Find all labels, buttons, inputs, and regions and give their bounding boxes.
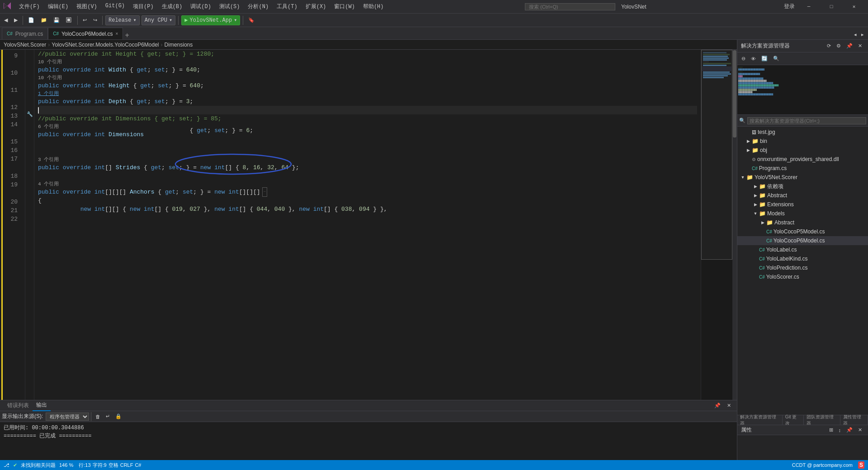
tree-item-yolop6[interactable]: C# YoloCocoP6Model.cs <box>737 236 868 245</box>
scroll-lock-button[interactable]: 🔒 <box>113 412 124 422</box>
menu-tools[interactable]: 工具(T) <box>273 2 301 11</box>
code-line-9: //public override int Height { get; set;… <box>38 50 697 58</box>
menu-git[interactable]: Git(G) <box>102 2 128 11</box>
tree-item-obj[interactable]: ▶ 📁 obj <box>737 146 868 155</box>
code-content[interactable]: //public override int Height { get; set;… <box>34 50 701 400</box>
maximize-button[interactable]: □ <box>821 0 842 14</box>
status-problems[interactable]: 未找到相关问题 <box>21 462 56 469</box>
menu-edit[interactable]: 编辑(E) <box>44 2 72 11</box>
word-wrap-button[interactable]: ↵ <box>104 412 112 422</box>
editor-area: YolovSNet.Scorer › YolovSNet.Scorer.Mode… <box>0 40 737 470</box>
open-button[interactable]: 📁 <box>38 15 49 25</box>
tree-item-bin[interactable]: ▶ 📁 bin <box>737 137 868 146</box>
menu-test[interactable]: 测试(S) <box>216 2 244 11</box>
main-content: YolovSNet.Scorer › YolovSNet.Scorer.Mode… <box>0 40 868 470</box>
properties-pin-button[interactable]: 📌 <box>844 425 855 435</box>
sol-tab-git[interactable]: Git 更改 <box>783 415 804 425</box>
scroll-thumb[interactable] <box>733 50 736 138</box>
close-explorer-button[interactable]: ✕ <box>856 41 864 51</box>
tree-item-extensions[interactable]: ▶ 📁 Extensions <box>737 200 868 209</box>
back-button[interactable]: ◀ <box>2 15 10 25</box>
build-config-dropdown[interactable]: Release ▾ <box>105 15 140 25</box>
save-all-button[interactable] <box>64 15 75 25</box>
tree-item-yoloscorer[interactable]: C# YoloScorer.cs <box>737 272 868 281</box>
menu-analyze[interactable]: 分析(N) <box>244 2 272 11</box>
menu-debug[interactable]: 调试(D) <box>187 2 215 11</box>
solution-explorer-header: 解决方案资源管理器 ⟳ ⚙ 📌 ✕ <box>737 40 868 52</box>
collapse-button[interactable]: − <box>262 187 267 197</box>
solution-search: 🔍 <box>737 115 868 127</box>
clear-output-button[interactable]: 🗑 <box>93 412 103 422</box>
sync-button[interactable]: ⟳ <box>825 41 833 51</box>
cs-icon-pred: C# <box>759 266 765 271</box>
tab-scroll-right[interactable]: ▸ <box>859 29 866 39</box>
tree-item-models[interactable]: ▼ 📁 Models <box>737 209 868 218</box>
error-list-tab[interactable]: 错误列表 <box>4 400 33 411</box>
tree-item-models-abstract[interactable]: ▶ 📁 Abstract <box>737 218 868 227</box>
output-header: 错误列表 输出 📌 ✕ <box>0 400 737 411</box>
sol-tab-props-mgr[interactable]: 属性管理器 <box>840 415 868 425</box>
breadcrumb-scorer[interactable]: YolovSNet.Scorer <box>4 42 46 48</box>
menu-window[interactable]: 窗口(W) <box>330 2 359 11</box>
breadcrumb-dimensions[interactable]: Dimensions <box>165 42 193 48</box>
properties-close-button[interactable]: ✕ <box>856 425 864 435</box>
tree-item-yolabel[interactable]: C# YoloLabel.cs <box>737 245 868 254</box>
vertical-scrollbar[interactable] <box>732 50 737 400</box>
properties-sort-button[interactable]: ↕ <box>836 425 844 435</box>
output-source-select[interactable]: 程序包管理器 <box>46 413 89 421</box>
new-file-button[interactable]: 📄 <box>26 15 37 25</box>
menu-extensions[interactable]: 扩展(X) <box>302 2 330 11</box>
tab-program-cs[interactable]: C# Program.cs <box>2 28 48 39</box>
menu-project[interactable]: 项目(P) <box>129 2 157 11</box>
breadcrumb-model[interactable]: YolovSNet.Scorer.Models.YoloCocoP6Model <box>52 42 159 48</box>
menu-help[interactable]: 帮助(H) <box>359 2 387 11</box>
tree-item-yolopred[interactable]: C# YoloPrediction.cs <box>737 263 868 272</box>
refresh-button[interactable]: 🔄 <box>759 54 770 64</box>
code-line-13[interactable] <box>38 106 697 114</box>
collapse-all-button[interactable]: ⊖ <box>739 54 748 64</box>
save-button[interactable]: 💾 <box>51 15 62 25</box>
tree-item-yolabelkind[interactable]: C# YoloLabelKind.cs <box>737 254 868 263</box>
tree-item-onnx-dll[interactable]: ⚙ onnxruntime_providers_shared.dll <box>737 155 868 164</box>
gutter: 🔧 <box>25 50 34 400</box>
solution-search-input[interactable] <box>747 117 866 124</box>
menu-file[interactable]: 文件(F) <box>15 2 43 11</box>
tab-yolococo-cs[interactable]: C# YoloCocoP6Model.cs × <box>48 28 123 39</box>
settings-button[interactable]: ⚙ <box>834 41 843 51</box>
output-tab[interactable]: 输出 <box>33 400 51 411</box>
tab-scroll-left[interactable]: ◂ <box>852 29 859 39</box>
tree-item-yolop5[interactable]: C# YoloCocoP5Model.cs <box>737 227 868 236</box>
sol-tab-explorer[interactable]: 解决方案资源管理器 <box>737 415 783 425</box>
folder-icon-models-abstract: 📁 <box>766 219 773 226</box>
pin-explorer-button[interactable]: 📌 <box>844 41 855 51</box>
vs-logo <box>4 1 12 12</box>
code-editor[interactable]: 9 10 11 12 13 14 15 16 17 18 19 20 21 22 <box>0 50 737 400</box>
start-button[interactable]: ▶ YolovSNet.App ▾ <box>181 15 240 25</box>
tab-close-button[interactable]: × <box>116 31 118 36</box>
search-box[interactable] <box>525 3 615 10</box>
redo-button[interactable]: ↪ <box>91 15 99 25</box>
menu-view[interactable]: 视图(V) <box>73 2 101 11</box>
sol-tab-team[interactable]: 团队资源管理器 <box>804 415 840 425</box>
tree-item-yolov5-project[interactable]: ▼ 📁 YoloV5Net.Scorer <box>737 173 868 182</box>
login-button[interactable]: 登录 <box>784 3 795 10</box>
bookmark-button[interactable]: 🔖 <box>246 15 257 25</box>
code-line-11: public override int Height { get; set; }… <box>38 81 697 90</box>
filter-button[interactable]: 🔍 <box>771 54 782 64</box>
tree-item-program-cs[interactable]: C# Program.cs <box>737 164 868 173</box>
close-output-button[interactable]: ✕ <box>725 401 733 411</box>
pin-output-button[interactable]: 📌 <box>712 401 723 411</box>
show-all-button[interactable]: 👁 <box>749 54 758 64</box>
menu-build[interactable]: 生成(B) <box>158 2 186 11</box>
undo-button[interactable]: ↩ <box>80 15 89 25</box>
tree-item-testjpg[interactable]: 🖼 test.jpg <box>737 128 868 137</box>
new-tab-button[interactable]: + <box>123 31 131 39</box>
properties-grid-button[interactable]: ⊞ <box>827 425 835 435</box>
minimize-button[interactable]: ─ <box>798 0 819 14</box>
output-line-1: 已用时间: 00:00:00.3044886 <box>4 424 733 432</box>
tree-item-abstract[interactable]: ▶ 📁 Abstract <box>737 191 868 200</box>
platform-dropdown[interactable]: Any CPU ▾ <box>142 15 176 25</box>
forward-button[interactable]: ▶ <box>12 15 20 25</box>
tree-item-deps[interactable]: ▶ 📁 依赖项 <box>737 182 868 191</box>
close-button[interactable]: ✕ <box>844 0 864 14</box>
